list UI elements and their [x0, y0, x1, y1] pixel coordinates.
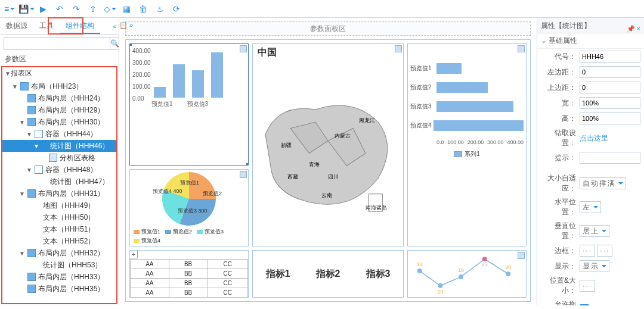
tree-node[interactable]: 文本（HHH51） [2, 223, 116, 235]
tree-node[interactable]: 布局内层（HHH24） [2, 92, 116, 104]
main-toolbar: ≡ 💾 ▶ ↶ ↷ ⇪ ◇ ▦ 🗑 ♨ ⟳ [0, 0, 644, 18]
tree-node[interactable]: 布局内层（HHH35） [2, 283, 116, 295]
svg-text:内蒙古: 内蒙古 [335, 132, 351, 139]
legend: 系列1 [408, 150, 526, 158]
svg-text:西藏: 西藏 [287, 173, 298, 180]
prop-autosize[interactable]: 自动撑满 [580, 177, 626, 189]
tab-tools[interactable]: 工具 [33, 18, 60, 34]
param-area-header: 参数区 [0, 52, 119, 66]
svg-text:10: 10 [417, 261, 423, 267]
prop-vpos[interactable]: 居上 [580, 225, 609, 237]
search-box: 🔍 [4, 37, 115, 50]
kpi-1: 指标1 [266, 268, 290, 280]
chart-pie[interactable]: 预览值1 预览值2 预览值3 300 预览值4 400 预览值1 预览值2 预览… [129, 169, 249, 246]
svg-point-9 [417, 269, 422, 273]
menu-icon[interactable]: ≡ [4, 3, 16, 15]
prop-height[interactable] [580, 113, 640, 124]
widget-icon [518, 45, 525, 52]
prop-show[interactable]: 显示 [580, 260, 609, 272]
svg-point-13 [459, 274, 463, 279]
tree-node[interactable]: ▼布局（HHH23） [2, 80, 116, 92]
prop-border[interactable]: ··· [580, 245, 595, 257]
tree-node[interactable]: ▼布局内层（HHH31） [2, 188, 116, 199]
tree-node[interactable]: ▼布局内层（HHH32） [2, 247, 116, 259]
prop-title: 属性【统计图】📌 × [537, 18, 644, 33]
svg-text:20: 20 [482, 261, 488, 267]
search-input[interactable] [4, 37, 110, 50]
pin-icon[interactable]: 📌 × [627, 21, 640, 36]
tree-node[interactable]: 分析区表格 [2, 152, 116, 164]
tree-node[interactable]: 布局内层（HHH33） [2, 271, 116, 283]
widget-icon [240, 45, 247, 52]
tab-datasource[interactable]: 数据源 [0, 18, 33, 34]
prop-left[interactable] [580, 66, 640, 78]
gutter-icon[interactable]: 📋 » [119, 21, 133, 29]
redo-icon[interactable]: ↷ [70, 3, 82, 15]
svg-point-15 [482, 257, 487, 261]
brush-icon[interactable]: ◇ [104, 3, 116, 15]
chart-sparkline[interactable]: 10 10 10 20 20 [407, 250, 527, 298]
prop-tip[interactable] [580, 152, 640, 164]
tree-node[interactable]: 文本（HHH52） [2, 235, 116, 247]
chart-map[interactable]: 中国 新疆黑龙江 内蒙古青海 西藏四川 云南南海诸岛 [252, 43, 404, 246]
search-icon[interactable]: 🔍 [110, 37, 120, 50]
flame-icon[interactable]: ♨ [154, 3, 166, 15]
widget-icon [395, 45, 402, 52]
svg-point-11 [438, 283, 442, 288]
tree-node[interactable]: ▼容器（HHH44） [2, 128, 116, 140]
kpi-2: 指标2 [316, 268, 340, 280]
prop-code[interactable] [580, 51, 640, 63]
svg-text:10: 10 [438, 289, 444, 295]
layers-icon[interactable]: ▦ [120, 3, 132, 15]
kpi-row[interactable]: 指标1 指标2 指标3 [252, 250, 404, 298]
undo-icon[interactable]: ↶ [54, 3, 66, 15]
report-area-header[interactable]: ▼报表区 [2, 67, 116, 79]
collapse-icon[interactable]: « [113, 23, 119, 30]
refresh-icon[interactable]: ⟳ [171, 3, 182, 15]
tree-node[interactable]: ▼布局内层（HHH30） [2, 116, 116, 128]
play-icon[interactable]: ▶ [37, 3, 49, 15]
map-title: 中国 [253, 44, 403, 61]
widget-icon [240, 171, 247, 178]
save-icon[interactable]: 💾 [20, 3, 32, 15]
tree-node[interactable]: 统计图（HHH53） [2, 259, 116, 271]
tree-node[interactable]: 统计图（HHH47） [2, 176, 116, 188]
tree-node[interactable]: 地图（HHH49） [2, 199, 116, 211]
prop-width[interactable] [580, 97, 640, 109]
prop-hpos[interactable]: 左 [580, 201, 601, 213]
param-panel-zone[interactable]: 参数面板区 [125, 21, 531, 36]
tree-node[interactable]: ▼容器（HHH48） [2, 164, 116, 176]
trash-icon[interactable]: 🗑 [137, 3, 149, 15]
chart-bar[interactable]: 400.00 300.00 200.00 100.00 0.00 预览值1预览值… [129, 43, 249, 166]
svg-text:10: 10 [458, 267, 464, 273]
prop-allow-drag[interactable] [580, 304, 589, 306]
tab-structure[interactable]: 组件结构 [60, 18, 100, 34]
prop-top[interactable] [580, 82, 640, 93]
prop-possize[interactable]: ··· [580, 280, 595, 292]
svg-text:青海: 青海 [309, 161, 320, 167]
tree-node[interactable]: ▼统计图（HHH46） [2, 140, 116, 152]
table-widget[interactable]: + AABBCC AABBCC AABBCC AABBCC [129, 250, 249, 298]
left-panel: 数据源 工具 组件结构 « 🔍 参数区 ▼报表区 ▼布局（HHH23）布局内层（… [0, 18, 119, 305]
svg-text:云南: 云南 [322, 192, 333, 198]
export-icon[interactable]: ⇪ [87, 3, 99, 15]
svg-text:20: 20 [505, 264, 511, 270]
svg-text:四川: 四川 [328, 173, 339, 180]
svg-text:新疆: 新疆 [281, 142, 292, 148]
kpi-3: 指标3 [366, 268, 391, 280]
svg-text:黑龙江: 黑龙江 [360, 117, 376, 123]
tree-node[interactable]: 文本（HHH50） [2, 211, 116, 223]
property-panel: 属性【统计图】📌 × 基础属性 代号： 左边距： 上边距： 宽： 高： 钻取设置… [537, 18, 644, 305]
prop-drill-link[interactable]: 点击这里 [580, 134, 608, 142]
tree-node[interactable]: 布局内层（HHH29） [2, 104, 116, 116]
chart-hbar[interactable]: 预览值1 预览值2 预览值3 预览值4 0.0100.00200.00300.0… [407, 43, 527, 246]
canvas-area: 📋 » 参数面板区 400.00 300.00 200.00 100.00 0.… [119, 18, 537, 305]
add-row-icon[interactable]: + [129, 250, 138, 258]
widget-icon [518, 252, 525, 259]
svg-point-17 [506, 271, 510, 276]
